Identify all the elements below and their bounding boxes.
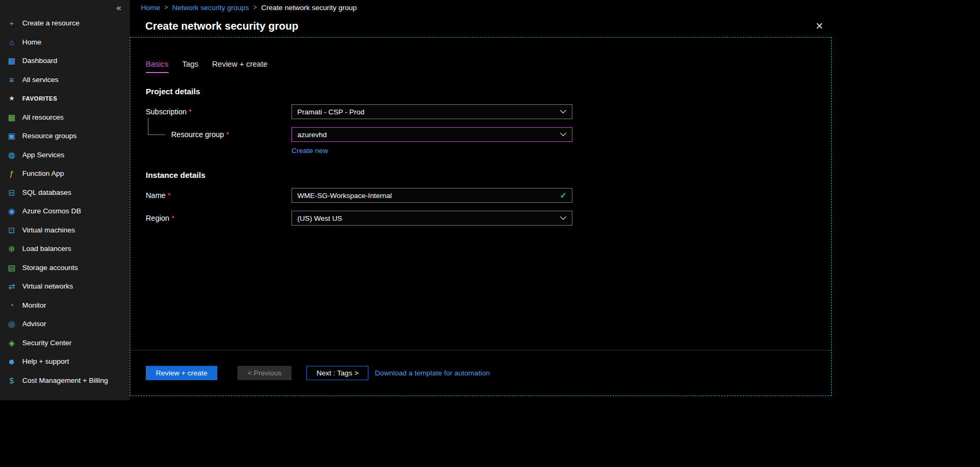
- subscription-label: Subscription*: [146, 107, 292, 116]
- footer-bar: Review + create < Previous Next : Tags >…: [130, 350, 831, 396]
- sidebar-item-label: SQL databases: [22, 188, 72, 196]
- sidebar-item-azure-cosmos-db[interactable]: ◉Azure Cosmos DB: [0, 202, 130, 221]
- shield-icon: ◈: [7, 339, 16, 347]
- tab-tags[interactable]: Tags: [182, 60, 199, 73]
- panel-content: BasicsTagsReview + create Project detail…: [130, 60, 831, 226]
- resource-group-dropdown[interactable]: azurevhd: [292, 127, 572, 142]
- instance-details-heading: Instance details: [146, 170, 831, 179]
- sidebar-item-load-balancers[interactable]: ⊕Load balancers: [0, 239, 130, 258]
- review-create-button[interactable]: Review + create: [146, 366, 217, 380]
- breadcrumb-item[interactable]: Home: [141, 4, 160, 12]
- help-icon: ☻: [7, 357, 16, 365]
- tabs: BasicsTagsReview + create: [146, 60, 831, 73]
- sidebar-item-function-app[interactable]: ƒFunction App: [0, 164, 130, 183]
- sidebar-item-app-services[interactable]: ◍App Services: [0, 146, 130, 165]
- cosmos-db-icon: ◉: [7, 207, 16, 215]
- breadcrumb-item: Create network security group: [261, 4, 357, 12]
- sidebar-item-monitor[interactable]: ◔Monitor: [0, 296, 130, 315]
- name-value: WME-SG-Workspace-Internal: [297, 192, 392, 200]
- subscription-value: Pramati - CSP - Prod: [297, 108, 365, 116]
- name-label-text: Name: [146, 191, 165, 200]
- sidebar-item-sql-databases[interactable]: ⊟SQL databases: [0, 183, 130, 202]
- sidebar-item-label: Virtual machines: [22, 226, 75, 234]
- sidebar-item-label: FAVORITES: [22, 95, 57, 102]
- tree-connector: [146, 127, 171, 142]
- monitor-icon: ◔: [7, 301, 16, 309]
- project-details-heading: Project details: [146, 87, 831, 96]
- name-row: Name* WME-SG-Workspace-Internal ✓: [146, 188, 831, 203]
- sidebar-item-home[interactable]: ⌂Home: [0, 33, 130, 52]
- tab-review-create[interactable]: Review + create: [212, 60, 267, 73]
- star-icon: ★: [7, 95, 16, 102]
- region-label-text: Region: [146, 214, 169, 222]
- load-balancer-icon: ⊕: [7, 245, 16, 253]
- home-icon: ⌂: [7, 38, 16, 46]
- sidebar-item-label: Azure Cosmos DB: [22, 207, 81, 215]
- virtual-machine-icon: ⊡: [7, 226, 16, 234]
- resource-group-row: Resource group* azurevhd: [146, 127, 831, 142]
- previous-button[interactable]: < Previous: [237, 366, 292, 380]
- sidebar-item-label: All resources: [22, 113, 64, 121]
- sidebar-item-label: Resource groups: [22, 132, 77, 140]
- page-title: Create network security group: [145, 20, 298, 32]
- subscription-label-text: Subscription: [146, 107, 187, 116]
- sidebar-item-virtual-networks[interactable]: ⇄Virtual networks: [0, 277, 130, 296]
- sidebar-item-label: Function App: [22, 169, 64, 177]
- sidebar-collapse-row: «: [0, 1, 130, 14]
- sidebar-item-label: Create a resource: [22, 19, 80, 27]
- download-template-link[interactable]: Download a template for automation: [375, 369, 490, 377]
- storage-icon: ▤: [7, 264, 16, 272]
- chevron-down-icon: [560, 216, 567, 220]
- sidebar-item-label: Storage accounts: [22, 264, 78, 272]
- valid-checkmark-icon: ✓: [560, 191, 567, 200]
- sidebar-item-all-services[interactable]: ≡All services: [0, 70, 130, 89]
- azure-portal: « +Create a resource⌂Home▦Dashboard≡All …: [0, 0, 980, 400]
- resource-group-label: Resource group*: [146, 127, 292, 142]
- grid-icon: ▦: [7, 113, 16, 121]
- tab-basics[interactable]: Basics: [146, 60, 169, 73]
- sidebar-item-all-resources[interactable]: ▦All resources: [0, 108, 130, 127]
- create-new-row: Create new: [146, 147, 831, 155]
- close-icon[interactable]: ×: [816, 20, 823, 32]
- sidebar-item-virtual-machines[interactable]: ⊡Virtual machines: [0, 221, 130, 240]
- sidebar-item-help-support[interactable]: ☻Help + support: [0, 352, 130, 371]
- region-row: Region* (US) West US: [146, 211, 831, 226]
- dashboard-icon: ▦: [7, 57, 16, 65]
- sidebar-item-create-a-resource[interactable]: +Create a resource: [0, 14, 130, 33]
- subscription-dropdown[interactable]: Pramati - CSP - Prod: [292, 104, 572, 119]
- sidebar: « +Create a resource⌂Home▦Dashboard≡All …: [0, 0, 130, 400]
- panel-body: BasicsTagsReview + create Project detail…: [130, 37, 832, 396]
- name-input[interactable]: WME-SG-Workspace-Internal ✓: [292, 188, 572, 203]
- breadcrumb: Home>Network security groups>Create netw…: [130, 0, 980, 15]
- plus-icon: +: [7, 19, 16, 27]
- sidebar-item-label: Help + support: [22, 357, 69, 365]
- list-icon: ≡: [7, 76, 16, 84]
- sidebar-item-dashboard[interactable]: ▦Dashboard: [0, 51, 130, 70]
- app-services-icon: ◍: [7, 151, 16, 159]
- breadcrumb-item[interactable]: Network security groups: [172, 4, 249, 12]
- panel-header: Create network security group ×: [130, 15, 832, 37]
- sidebar-item-resource-groups[interactable]: ▣Resource groups: [0, 127, 130, 146]
- breadcrumb-separator: >: [253, 4, 257, 11]
- sidebar-item-label: Cost Management + Billing: [22, 376, 108, 384]
- name-label: Name*: [146, 191, 292, 200]
- region-label: Region*: [146, 214, 292, 222]
- sidebar-items: +Create a resource⌂Home▦Dashboard≡All se…: [0, 14, 130, 390]
- create-new-link[interactable]: Create new: [292, 147, 328, 155]
- sql-databases-icon: ⊟: [7, 188, 16, 196]
- sidebar-item-storage-accounts[interactable]: ▤Storage accounts: [0, 258, 130, 277]
- sidebar-item-advisor[interactable]: ◎Advisor: [0, 315, 130, 334]
- sidebar-item-label: Security Center: [22, 339, 72, 347]
- function-app-icon: ƒ: [7, 169, 16, 177]
- next-tags-button[interactable]: Next : Tags >: [306, 366, 368, 380]
- region-dropdown[interactable]: (US) West US: [292, 211, 572, 226]
- sidebar-item-security-center[interactable]: ◈Security Center: [0, 334, 130, 353]
- sidebar-item-cost-management[interactable]: $Cost Management + Billing: [0, 371, 130, 390]
- sidebar-item-label: All services: [22, 76, 58, 84]
- advisor-icon: ◎: [7, 320, 16, 328]
- resource-group-label-text: Resource group: [171, 130, 224, 139]
- sidebar-item-label: Virtual networks: [22, 282, 73, 290]
- required-asterisk: *: [167, 191, 170, 200]
- collapse-sidebar-icon[interactable]: «: [117, 3, 121, 12]
- sidebar-item-label: Advisor: [22, 320, 46, 328]
